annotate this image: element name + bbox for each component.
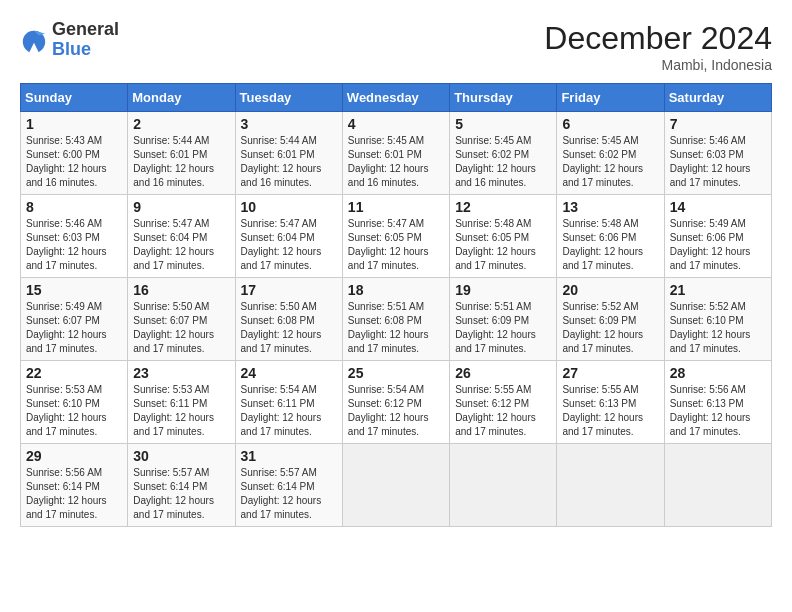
- day-number: 24: [241, 365, 337, 381]
- day-number: 2: [133, 116, 229, 132]
- day-number: 29: [26, 448, 122, 464]
- calendar-week-row: 29 Sunrise: 5:56 AM Sunset: 6:14 PM Dayl…: [21, 444, 772, 527]
- day-info: Sunrise: 5:44 AM Sunset: 6:01 PM Dayligh…: [133, 134, 229, 190]
- day-number: 30: [133, 448, 229, 464]
- day-info: Sunrise: 5:49 AM Sunset: 6:07 PM Dayligh…: [26, 300, 122, 356]
- col-friday: Friday: [557, 84, 664, 112]
- col-thursday: Thursday: [450, 84, 557, 112]
- table-row: 19 Sunrise: 5:51 AM Sunset: 6:09 PM Dayl…: [450, 278, 557, 361]
- col-sunday: Sunday: [21, 84, 128, 112]
- calendar-week-row: 22 Sunrise: 5:53 AM Sunset: 6:10 PM Dayl…: [21, 361, 772, 444]
- day-info: Sunrise: 5:44 AM Sunset: 6:01 PM Dayligh…: [241, 134, 337, 190]
- day-number: 12: [455, 199, 551, 215]
- day-info: Sunrise: 5:51 AM Sunset: 6:09 PM Dayligh…: [455, 300, 551, 356]
- table-row: 17 Sunrise: 5:50 AM Sunset: 6:08 PM Dayl…: [235, 278, 342, 361]
- day-number: 18: [348, 282, 444, 298]
- table-row: 16 Sunrise: 5:50 AM Sunset: 6:07 PM Dayl…: [128, 278, 235, 361]
- col-monday: Monday: [128, 84, 235, 112]
- logo-icon: [20, 26, 48, 54]
- page-header: General Blue December 2024 Mambi, Indone…: [20, 20, 772, 73]
- day-info: Sunrise: 5:54 AM Sunset: 6:12 PM Dayligh…: [348, 383, 444, 439]
- day-number: 16: [133, 282, 229, 298]
- table-row: 14 Sunrise: 5:49 AM Sunset: 6:06 PM Dayl…: [664, 195, 771, 278]
- table-row: 13 Sunrise: 5:48 AM Sunset: 6:06 PM Dayl…: [557, 195, 664, 278]
- day-number: 13: [562, 199, 658, 215]
- day-info: Sunrise: 5:47 AM Sunset: 6:05 PM Dayligh…: [348, 217, 444, 273]
- logo-general: General: [52, 20, 119, 40]
- day-number: 31: [241, 448, 337, 464]
- day-number: 3: [241, 116, 337, 132]
- table-row: [342, 444, 449, 527]
- table-row: 8 Sunrise: 5:46 AM Sunset: 6:03 PM Dayli…: [21, 195, 128, 278]
- day-info: Sunrise: 5:48 AM Sunset: 6:06 PM Dayligh…: [562, 217, 658, 273]
- table-row: [557, 444, 664, 527]
- day-info: Sunrise: 5:51 AM Sunset: 6:08 PM Dayligh…: [348, 300, 444, 356]
- day-info: Sunrise: 5:45 AM Sunset: 6:01 PM Dayligh…: [348, 134, 444, 190]
- day-number: 15: [26, 282, 122, 298]
- table-row: 15 Sunrise: 5:49 AM Sunset: 6:07 PM Dayl…: [21, 278, 128, 361]
- day-number: 10: [241, 199, 337, 215]
- calendar-table: Sunday Monday Tuesday Wednesday Thursday…: [20, 83, 772, 527]
- day-number: 19: [455, 282, 551, 298]
- day-number: 9: [133, 199, 229, 215]
- day-info: Sunrise: 5:46 AM Sunset: 6:03 PM Dayligh…: [670, 134, 766, 190]
- table-row: 3 Sunrise: 5:44 AM Sunset: 6:01 PM Dayli…: [235, 112, 342, 195]
- table-row: 2 Sunrise: 5:44 AM Sunset: 6:01 PM Dayli…: [128, 112, 235, 195]
- calendar-week-row: 8 Sunrise: 5:46 AM Sunset: 6:03 PM Dayli…: [21, 195, 772, 278]
- col-saturday: Saturday: [664, 84, 771, 112]
- day-info: Sunrise: 5:47 AM Sunset: 6:04 PM Dayligh…: [133, 217, 229, 273]
- title-block: December 2024 Mambi, Indonesia: [544, 20, 772, 73]
- day-number: 7: [670, 116, 766, 132]
- table-row: 24 Sunrise: 5:54 AM Sunset: 6:11 PM Dayl…: [235, 361, 342, 444]
- table-row: 26 Sunrise: 5:55 AM Sunset: 6:12 PM Dayl…: [450, 361, 557, 444]
- day-number: 14: [670, 199, 766, 215]
- logo-blue: Blue: [52, 40, 119, 60]
- table-row: 25 Sunrise: 5:54 AM Sunset: 6:12 PM Dayl…: [342, 361, 449, 444]
- day-number: 25: [348, 365, 444, 381]
- table-row: 10 Sunrise: 5:47 AM Sunset: 6:04 PM Dayl…: [235, 195, 342, 278]
- day-number: 23: [133, 365, 229, 381]
- table-row: 1 Sunrise: 5:43 AM Sunset: 6:00 PM Dayli…: [21, 112, 128, 195]
- day-number: 26: [455, 365, 551, 381]
- day-number: 11: [348, 199, 444, 215]
- day-info: Sunrise: 5:47 AM Sunset: 6:04 PM Dayligh…: [241, 217, 337, 273]
- day-info: Sunrise: 5:52 AM Sunset: 6:09 PM Dayligh…: [562, 300, 658, 356]
- day-info: Sunrise: 5:50 AM Sunset: 6:07 PM Dayligh…: [133, 300, 229, 356]
- calendar-week-row: 1 Sunrise: 5:43 AM Sunset: 6:00 PM Dayli…: [21, 112, 772, 195]
- day-number: 20: [562, 282, 658, 298]
- day-info: Sunrise: 5:53 AM Sunset: 6:10 PM Dayligh…: [26, 383, 122, 439]
- table-row: 4 Sunrise: 5:45 AM Sunset: 6:01 PM Dayli…: [342, 112, 449, 195]
- day-info: Sunrise: 5:54 AM Sunset: 6:11 PM Dayligh…: [241, 383, 337, 439]
- day-number: 1: [26, 116, 122, 132]
- day-info: Sunrise: 5:56 AM Sunset: 6:14 PM Dayligh…: [26, 466, 122, 522]
- day-info: Sunrise: 5:49 AM Sunset: 6:06 PM Dayligh…: [670, 217, 766, 273]
- day-info: Sunrise: 5:57 AM Sunset: 6:14 PM Dayligh…: [241, 466, 337, 522]
- calendar-week-row: 15 Sunrise: 5:49 AM Sunset: 6:07 PM Dayl…: [21, 278, 772, 361]
- day-info: Sunrise: 5:45 AM Sunset: 6:02 PM Dayligh…: [562, 134, 658, 190]
- day-info: Sunrise: 5:53 AM Sunset: 6:11 PM Dayligh…: [133, 383, 229, 439]
- table-row: 21 Sunrise: 5:52 AM Sunset: 6:10 PM Dayl…: [664, 278, 771, 361]
- day-number: 8: [26, 199, 122, 215]
- day-number: 4: [348, 116, 444, 132]
- day-info: Sunrise: 5:43 AM Sunset: 6:00 PM Dayligh…: [26, 134, 122, 190]
- table-row: 28 Sunrise: 5:56 AM Sunset: 6:13 PM Dayl…: [664, 361, 771, 444]
- day-info: Sunrise: 5:55 AM Sunset: 6:12 PM Dayligh…: [455, 383, 551, 439]
- day-number: 27: [562, 365, 658, 381]
- table-row: [664, 444, 771, 527]
- table-row: 5 Sunrise: 5:45 AM Sunset: 6:02 PM Dayli…: [450, 112, 557, 195]
- table-row: 7 Sunrise: 5:46 AM Sunset: 6:03 PM Dayli…: [664, 112, 771, 195]
- day-info: Sunrise: 5:55 AM Sunset: 6:13 PM Dayligh…: [562, 383, 658, 439]
- table-row: 11 Sunrise: 5:47 AM Sunset: 6:05 PM Dayl…: [342, 195, 449, 278]
- table-row: 30 Sunrise: 5:57 AM Sunset: 6:14 PM Dayl…: [128, 444, 235, 527]
- table-row: 23 Sunrise: 5:53 AM Sunset: 6:11 PM Dayl…: [128, 361, 235, 444]
- table-row: [450, 444, 557, 527]
- day-info: Sunrise: 5:48 AM Sunset: 6:05 PM Dayligh…: [455, 217, 551, 273]
- day-number: 5: [455, 116, 551, 132]
- day-number: 6: [562, 116, 658, 132]
- table-row: 20 Sunrise: 5:52 AM Sunset: 6:09 PM Dayl…: [557, 278, 664, 361]
- day-info: Sunrise: 5:56 AM Sunset: 6:13 PM Dayligh…: [670, 383, 766, 439]
- day-info: Sunrise: 5:57 AM Sunset: 6:14 PM Dayligh…: [133, 466, 229, 522]
- day-info: Sunrise: 5:52 AM Sunset: 6:10 PM Dayligh…: [670, 300, 766, 356]
- col-tuesday: Tuesday: [235, 84, 342, 112]
- calendar-header-row: Sunday Monday Tuesday Wednesday Thursday…: [21, 84, 772, 112]
